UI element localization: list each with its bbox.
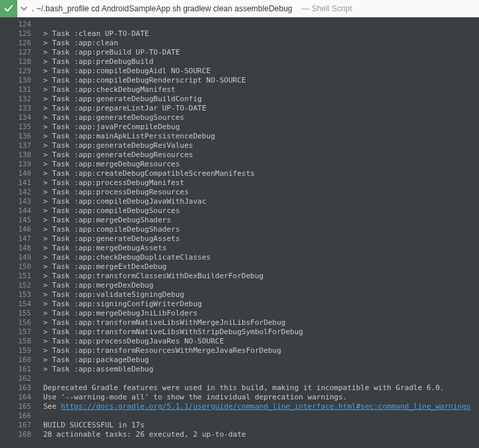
console-line: > Task :app:generateDebugResources xyxy=(43,150,475,160)
console-line xyxy=(43,374,475,383)
chevron-down-icon xyxy=(21,5,27,12)
line-number: 135 xyxy=(0,122,31,132)
console-line: > Task :app:transformNativeLibsWithStrip… xyxy=(43,328,475,337)
console-line: BUILD SUCCESSFUL in 17s xyxy=(43,421,475,430)
line-number: 158 xyxy=(0,337,31,346)
run-status-success xyxy=(0,0,17,17)
console-line: > Task :clean UP-TO-DATE xyxy=(43,29,475,39)
console-line: > Task :app:generateDebugResValues xyxy=(43,141,475,150)
line-number: 142 xyxy=(0,188,31,197)
console-line: > Task :app:compileDebugJavaWithJavac xyxy=(43,197,475,206)
line-number: 131 xyxy=(0,85,31,95)
console-line: > Task :app:processDebugManifest xyxy=(43,178,475,188)
docs-link[interactable]: https://docs.gradle.org/5.1.1/userguide/… xyxy=(61,402,471,411)
line-number: 147 xyxy=(0,234,31,244)
console-line: > Task :app:packageDebug xyxy=(43,355,475,365)
run-config-type: — Shell Script xyxy=(293,4,352,13)
line-number: 132 xyxy=(0,95,31,104)
line-number: 125 xyxy=(0,29,31,39)
line-number: 150 xyxy=(0,262,31,272)
line-number: 130 xyxy=(0,76,31,85)
line-number: 126 xyxy=(0,39,31,48)
console-line: > Task :app:generateDebugSources xyxy=(43,113,475,122)
line-number: 140 xyxy=(0,169,31,178)
console-line: > Task :app:preBuild UP-TO-DATE xyxy=(43,48,475,57)
line-number: 148 xyxy=(0,244,31,253)
line-number: 137 xyxy=(0,141,31,150)
console-line: > Task :app:assembleDebug xyxy=(43,365,475,374)
console-output[interactable]: > Task :clean UP-TO-DATE> Task :app:clea… xyxy=(37,17,479,448)
line-number: 159 xyxy=(0,346,31,355)
line-number: 124 xyxy=(0,20,31,29)
console-line: > Task :app:transformResourcesWithMergeJ… xyxy=(43,346,475,355)
line-number: 145 xyxy=(0,216,31,225)
console-line: > Task :app:checkDebugDuplicateClasses xyxy=(43,253,475,262)
line-number: 144 xyxy=(0,206,31,216)
line-number: 128 xyxy=(0,57,31,67)
line-number: 155 xyxy=(0,309,31,318)
console-line: > Task :app:mergeDexDebug xyxy=(43,281,475,290)
line-number: 146 xyxy=(0,225,31,234)
console-line xyxy=(43,20,475,29)
line-number: 164 xyxy=(0,393,31,402)
line-number: 127 xyxy=(0,48,31,57)
console-line: > Task :app:javaPreCompileDebug xyxy=(43,122,475,132)
console-line: > Task :app:generateDebugBuildConfig xyxy=(43,95,475,104)
console-line: > Task :app:clean xyxy=(43,39,475,48)
line-number: 136 xyxy=(0,132,31,141)
console-line: > Task :app:compileDebugAidl NO-SOURCE xyxy=(43,67,475,76)
console-line: > Task :app:mergeDebugJniLibFolders xyxy=(43,309,475,318)
line-number-gutter: 1241251261271281291301311321331341351361… xyxy=(0,17,37,448)
console-line: > Task :app:compileDebugSources xyxy=(43,206,475,216)
line-number: 160 xyxy=(0,355,31,365)
run-config-title: . ~/.bash_profile cd AndroidSampleApp sh… xyxy=(31,4,293,13)
console-panel: 1241251261271281291301311321331341351361… xyxy=(0,17,479,448)
line-number: 149 xyxy=(0,253,31,262)
line-number: 153 xyxy=(0,290,31,300)
line-number: 168 xyxy=(0,430,31,439)
console-line: Deprecated Gradle features were used in … xyxy=(43,383,475,393)
console-line: 28 actionable tasks: 26 executed, 2 up-t… xyxy=(43,430,475,439)
line-number: 143 xyxy=(0,197,31,206)
console-line: > Task :app:mergeDebugShaders xyxy=(43,216,475,225)
line-number: 156 xyxy=(0,318,31,328)
console-line: Use '--warning-mode all' to show the ind… xyxy=(43,393,475,402)
console-line: > Task :app:createDebugCompatibleScreenM… xyxy=(43,169,475,178)
console-line: > Task :app:checkDebugManifest xyxy=(43,85,475,95)
line-number: 152 xyxy=(0,281,31,290)
line-number: 163 xyxy=(0,383,31,393)
line-number: 162 xyxy=(0,374,31,383)
console-line: > Task :app:mergeDebugAssets xyxy=(43,244,475,253)
line-number: 161 xyxy=(0,365,31,374)
line-number: 138 xyxy=(0,150,31,160)
console-line: > Task :app:compileDebugShaders xyxy=(43,225,475,234)
console-line xyxy=(43,411,475,421)
line-number: 134 xyxy=(0,113,31,122)
line-number: 141 xyxy=(0,178,31,188)
console-line: > Task :app:mergeDebugResources xyxy=(43,160,475,169)
line-number: 165 xyxy=(0,402,31,411)
console-line: > Task :app:generateDebugAssets xyxy=(43,234,475,244)
console-line: > Task :app:processDebugJavaRes NO-SOURC… xyxy=(43,337,475,346)
console-line: > Task :app:mergeExtDexDebug xyxy=(43,262,475,272)
expand-toggle[interactable] xyxy=(17,5,31,12)
line-number: 166 xyxy=(0,411,31,421)
check-icon xyxy=(4,4,13,13)
console-line: > Task :app:compileDebugRenderscript NO-… xyxy=(43,76,475,85)
run-header: . ~/.bash_profile cd AndroidSampleApp sh… xyxy=(0,0,479,17)
line-number: 167 xyxy=(0,421,31,430)
line-number: 151 xyxy=(0,272,31,281)
console-line: > Task :app:mainApkListPersistenceDebug xyxy=(43,132,475,141)
line-number: 139 xyxy=(0,160,31,169)
console-line: See https://docs.gradle.org/5.1.1/usergu… xyxy=(43,402,475,411)
console-line: > Task :app:transformClassesWithDexBuild… xyxy=(43,272,475,281)
console-line: > Task :app:processDebugResources xyxy=(43,188,475,197)
line-number: 157 xyxy=(0,328,31,337)
line-number: 154 xyxy=(0,300,31,309)
console-line: > Task :app:validateSigningDebug xyxy=(43,290,475,300)
console-line: > Task :app:preDebugBuild xyxy=(43,57,475,67)
console-line: > Task :app:prepareLintJar UP-TO-DATE xyxy=(43,104,475,113)
line-number: 133 xyxy=(0,104,31,113)
line-number: 129 xyxy=(0,67,31,76)
console-line: > Task :app:signingConfigWriterDebug xyxy=(43,300,475,309)
